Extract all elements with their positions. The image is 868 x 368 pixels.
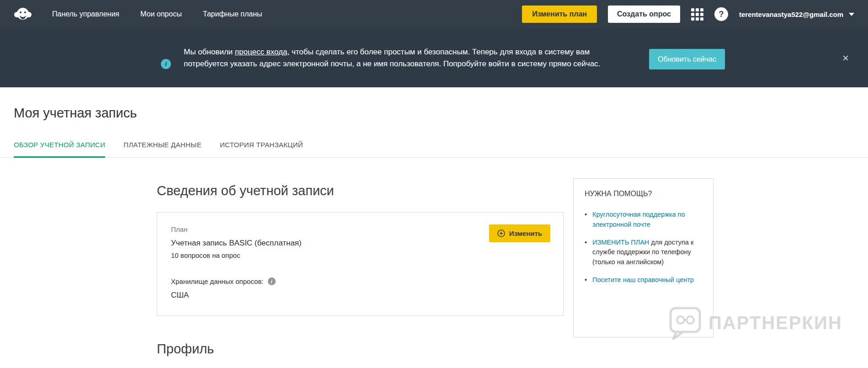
banner-message: Мы обновили процесс входа, чтобы сделать… <box>184 46 613 70</box>
nav-item-dashboard[interactable]: Панель управления <box>52 10 119 18</box>
primary-nav: Панель управления Мои опросы Тарифные пл… <box>52 10 262 18</box>
list-item: Посетите наш справочный центр <box>585 275 702 285</box>
email-support-link[interactable]: Круглосуточная поддержка по электронной … <box>592 211 685 228</box>
banner-text-before: Мы обновили <box>184 48 235 56</box>
login-process-link[interactable]: процесс входа <box>235 48 288 56</box>
list-item: Круглосуточная поддержка по электронной … <box>585 210 702 230</box>
profile-heading: Профиль <box>157 341 868 357</box>
login-update-banner: i Мы обновили процесс входа, чтобы сдела… <box>0 28 868 87</box>
user-account-menu[interactable]: terentevanastya522@gmail.com <box>739 11 854 18</box>
change-plan-label: Изменить <box>509 229 542 237</box>
plus-circle-icon <box>497 229 505 237</box>
need-help-card: НУЖНА ПОМОЩЬ? Круглосуточная поддержка п… <box>573 178 714 337</box>
account-details-heading: Сведения об учетной записи <box>157 183 868 198</box>
upgrade-plan-button[interactable]: Изменить план <box>522 5 597 23</box>
info-icon: i <box>161 59 171 69</box>
tab-billing-details[interactable]: ПЛАТЕЖНЫЕ ДАННЫЕ <box>123 141 202 158</box>
top-navbar: Панель управления Мои опросы Тарифные пл… <box>0 0 868 28</box>
help-links-list: Круглосуточная поддержка по электронной … <box>585 210 702 285</box>
plan-limit: 10 вопросов на опрос <box>171 251 549 259</box>
help-icon[interactable]: ? <box>714 7 728 21</box>
create-survey-button[interactable]: Создать опрос <box>608 5 680 23</box>
chevron-down-icon <box>849 13 854 16</box>
page-title: Моя учетная запись <box>14 106 868 121</box>
help-center-link[interactable]: Посетите наш справочный центр <box>592 276 694 283</box>
apps-grid-icon[interactable] <box>691 8 703 21</box>
refresh-now-button[interactable]: Обновить сейчас <box>649 49 725 69</box>
plan-details-card: План Учетная запись BASIC (бесплатная) 1… <box>157 212 564 316</box>
storage-value: США <box>171 291 549 300</box>
main-content: Сведения об учетной записи План Учетная … <box>0 183 868 368</box>
account-tabs: ОБЗОР УЧЕТНОЙ ЗАПИСИ ПЛАТЕЖНЫЕ ДАННЫЕ ИС… <box>0 141 868 158</box>
user-email: terentevanastya522@gmail.com <box>739 11 843 18</box>
help-card-title: НУЖНА ПОМОЩЬ? <box>585 190 702 198</box>
surveymonkey-logo-icon[interactable] <box>14 5 35 23</box>
tab-account-overview[interactable]: ОБЗОР УЧЕТНОЙ ЗАПИСИ <box>14 141 105 158</box>
close-icon[interactable]: × <box>842 53 849 64</box>
storage-label: Хранилище данных опросов: <box>171 277 264 285</box>
tab-transaction-history[interactable]: ИСТОРИЯ ТРАНЗАКЦИЙ <box>220 141 303 158</box>
list-item: ИЗМЕНИТЬ ПЛАН для доступа к службе подде… <box>585 238 702 267</box>
upgrade-plan-link[interactable]: ИЗМЕНИТЬ ПЛАН <box>592 239 649 246</box>
change-plan-button[interactable]: Изменить <box>489 224 550 242</box>
nav-item-plans[interactable]: Тарифные планы <box>203 10 262 18</box>
storage-info-icon[interactable]: i <box>268 277 276 285</box>
navbar-right-group: Изменить план Создать опрос ? terentevan… <box>522 5 854 23</box>
nav-item-my-surveys[interactable]: Мои опросы <box>140 10 182 18</box>
